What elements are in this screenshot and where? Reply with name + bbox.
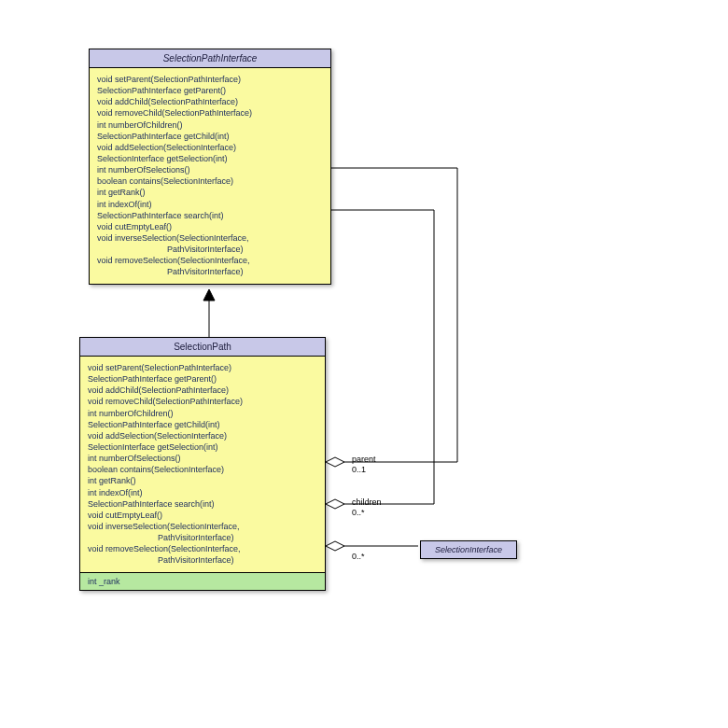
svg-marker-2 <box>326 457 344 467</box>
label-children-mult: 0..* <box>352 508 365 517</box>
class-selectionpath: SelectionPath void setParent(SelectionPa… <box>79 337 326 591</box>
method-line: void addChild(SelectionPathInterface) <box>88 385 317 396</box>
method-line: PathVisitorInterface) <box>88 554 317 566</box>
method-line: void addChild(SelectionPathInterface) <box>97 96 323 107</box>
svg-marker-1 <box>203 289 215 301</box>
svg-marker-3 <box>326 499 344 509</box>
method-line: int numberOfChildren() <box>97 119 323 131</box>
method-line: void removeChild(SelectionPathInterface) <box>97 107 323 119</box>
method-line: SelectionPathInterface search(int) <box>97 210 323 221</box>
method-line: void cutEmptyLeaf() <box>97 221 323 232</box>
method-line: void inverseSelection(SelectionInterface… <box>88 521 317 532</box>
class-selectionpathinterface: SelectionPathInterface void setParent(Se… <box>89 49 331 285</box>
class-methods: void setParent(SelectionPathInterface)Se… <box>90 68 330 284</box>
method-line: PathVisitorInterface) <box>97 244 323 255</box>
method-line: void removeChild(SelectionPathInterface) <box>88 396 317 407</box>
method-line: SelectionPathInterface getChild(int) <box>97 131 323 142</box>
method-line: int numberOfSelections() <box>88 453 317 464</box>
method-line: void setParent(SelectionPathInterface) <box>97 74 323 85</box>
method-line: SelectionPathInterface search(int) <box>88 498 317 510</box>
method-line: int numberOfSelections() <box>97 164 323 175</box>
class-attributes: int _rank <box>80 572 325 590</box>
method-line: SelectionPathInterface getParent() <box>88 373 317 385</box>
class-methods: void setParent(SelectionPathInterface)Se… <box>80 357 325 572</box>
label-parent: parent <box>352 455 376 464</box>
method-line: int indexOf(int) <box>88 487 317 498</box>
method-line: void removeSelection(SelectionInterface, <box>97 255 323 266</box>
method-line: int numberOfChildren() <box>88 408 317 419</box>
class-selectioninterface: SelectionInterface <box>420 540 517 559</box>
class-title: SelectionPath <box>80 338 325 357</box>
method-line: SelectionPathInterface getParent() <box>97 85 323 96</box>
method-line: void cutEmptyLeaf() <box>88 510 317 521</box>
method-line: void inverseSelection(SelectionInterface… <box>97 232 323 244</box>
method-line: PathVisitorInterface) <box>97 266 323 277</box>
method-line: SelectionInterface getSelection(int) <box>88 441 317 453</box>
method-line: PathVisitorInterface) <box>88 532 317 543</box>
label-sel-mult: 0..* <box>352 552 365 561</box>
svg-marker-4 <box>326 541 344 551</box>
method-line: int indexOf(int) <box>97 199 323 210</box>
method-line: void setParent(SelectionPathInterface) <box>88 362 317 373</box>
method-line: boolean contains(SelectionInterface) <box>97 175 323 187</box>
method-line: boolean contains(SelectionInterface) <box>88 464 317 475</box>
method-line: void removeSelection(SelectionInterface, <box>88 543 317 554</box>
method-line: void addSelection(SelectionInterface) <box>88 430 317 441</box>
label-children: children <box>352 497 382 507</box>
method-line: void addSelection(SelectionInterface) <box>97 142 323 153</box>
label-parent-mult: 0..1 <box>352 465 366 474</box>
class-title: SelectionPathInterface <box>90 49 330 68</box>
method-line: int getRank() <box>88 475 317 486</box>
method-line: SelectionPathInterface getChild(int) <box>88 419 317 430</box>
method-line: int getRank() <box>97 187 323 198</box>
method-line: SelectionInterface getSelection(int) <box>97 153 323 164</box>
